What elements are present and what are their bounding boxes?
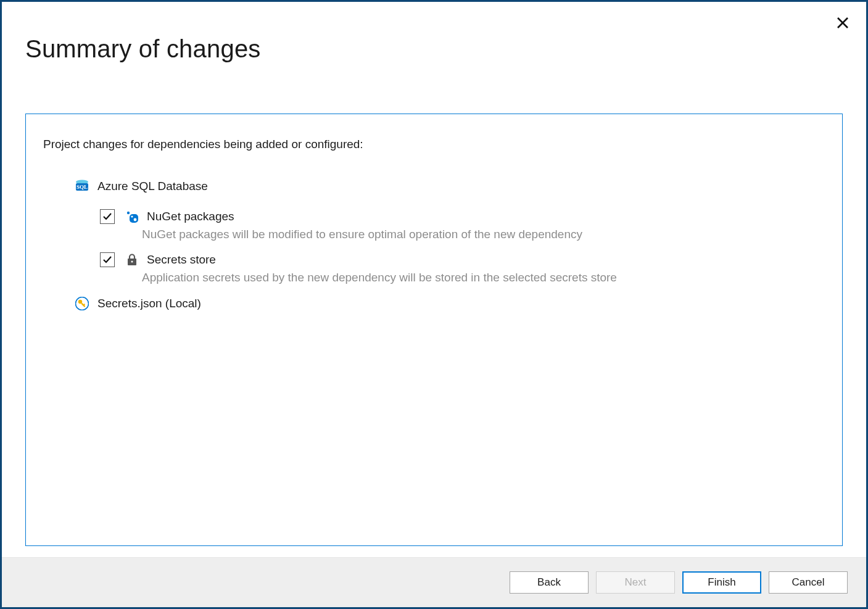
summary-panel: Project changes for dependencies being a… xyxy=(25,114,843,546)
summary-intro: Project changes for dependencies being a… xyxy=(43,138,825,151)
change-label: NuGet packages xyxy=(147,210,234,223)
svg-point-5 xyxy=(127,212,130,214)
svg-point-7 xyxy=(131,215,133,217)
next-button: Next xyxy=(596,571,675,594)
dialog-title: Summary of changes xyxy=(25,35,843,63)
svg-point-8 xyxy=(134,218,137,222)
svg-rect-13 xyxy=(81,303,85,307)
key-icon xyxy=(74,296,90,312)
lock-icon xyxy=(125,252,139,267)
svg-rect-6 xyxy=(130,214,138,223)
change-description: Application secrets used by the new depe… xyxy=(142,271,825,284)
dialog-footer: Back Next Finish Cancel xyxy=(2,557,866,607)
dialog-header: Summary of changes xyxy=(2,2,866,63)
change-label: Secrets store xyxy=(147,253,216,267)
secrets-checkbox[interactable] xyxy=(100,252,115,267)
sql-icon: SQL xyxy=(74,178,90,194)
dependency-label: Secrets.json (Local) xyxy=(97,297,201,310)
svg-text:SQL: SQL xyxy=(76,184,88,190)
cancel-button[interactable]: Cancel xyxy=(769,571,848,594)
change-description: NuGet packages will be modified to ensur… xyxy=(142,228,825,241)
dialog-content-area: Project changes for dependencies being a… xyxy=(2,63,866,557)
nuget-icon xyxy=(125,209,139,224)
dependency-secrets-json: Secrets.json (Local) xyxy=(74,296,825,312)
change-nuget-packages: NuGet packages NuGet packages will be mo… xyxy=(100,209,825,241)
nuget-checkbox[interactable] xyxy=(100,209,115,224)
dependency-label: Azure SQL Database xyxy=(97,180,208,193)
back-button[interactable]: Back xyxy=(510,571,589,594)
dialog-window: Summary of changes Project changes for d… xyxy=(0,0,868,609)
close-button[interactable] xyxy=(834,14,851,31)
dependency-azure-sql: SQL Azure SQL Database xyxy=(74,178,825,194)
change-secrets-store: Secrets store Application secrets used b… xyxy=(100,252,825,284)
close-icon xyxy=(837,17,849,29)
svg-point-12 xyxy=(78,300,82,304)
finish-button[interactable]: Finish xyxy=(682,571,761,594)
changes-tree: SQL Azure SQL Database xyxy=(43,178,825,312)
svg-point-10 xyxy=(131,261,133,263)
